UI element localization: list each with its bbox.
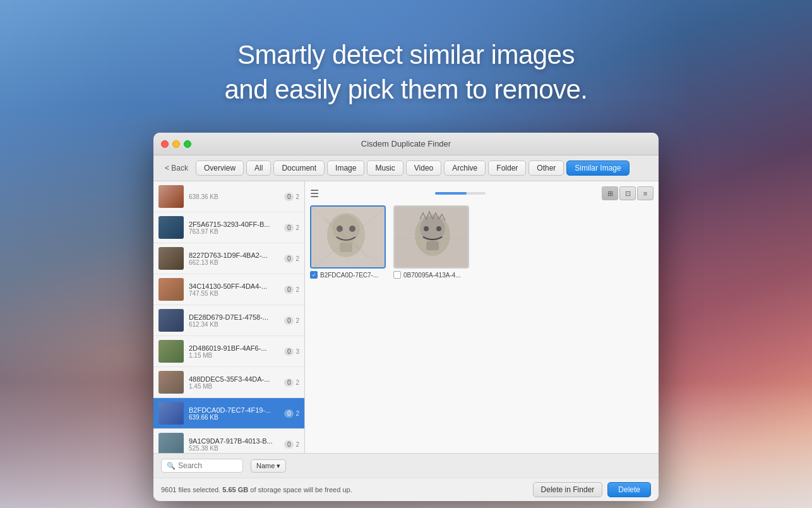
svg-point-5 (349, 226, 355, 232)
action-buttons: Delete in Finder Delete (533, 482, 651, 497)
tab-folder[interactable]: Folder (488, 160, 526, 176)
preview-name: 0B70095A-413A-4... (403, 272, 461, 279)
title-bar: Cisdem Duplicate Finder (153, 133, 659, 155)
app-window: Cisdem Duplicate Finder < Back Overview … (153, 133, 659, 501)
view-toggles: ⊞ ⊡ ≡ (602, 186, 654, 200)
list-view-button[interactable]: ≡ (637, 186, 654, 200)
minimize-button[interactable] (172, 140, 180, 148)
svg-rect-14 (426, 241, 439, 250)
headline: Smartly detect similar images and easily… (0, 38, 812, 107)
svg-rect-6 (340, 243, 352, 252)
tab-music[interactable]: Music (367, 160, 403, 176)
window-title: Cisdem Duplicate Finder (361, 139, 451, 148)
preview-image-box (393, 205, 469, 269)
bottom-bar: 🔍 Name ▾ (153, 453, 659, 478)
list-item-selected[interactable]: B2FDCA0D-7EC7-4F19-... 639.66 KB 0 2 (153, 398, 304, 429)
list-item[interactable]: 638.36 KB 0 2 (153, 181, 304, 212)
image-preview-svg (311, 207, 386, 269)
medium-view-button[interactable]: ⊡ (619, 186, 636, 200)
grid-view-button[interactable]: ⊞ (602, 186, 618, 200)
list-item[interactable]: 8227D763-1D9F-4BA2-... 662.13 KB 0 2 (153, 243, 304, 274)
preview-checkbox[interactable] (393, 271, 401, 279)
sidebar: 638.36 KB 0 2 2F5A6715-3293-40FF-B... 76… (153, 181, 305, 453)
delete-button[interactable]: Delete (607, 482, 651, 497)
main-content: 638.36 KB 0 2 2F5A6715-3293-40FF-B... 76… (153, 181, 659, 453)
tab-overview[interactable]: Overview (196, 160, 244, 176)
back-button[interactable]: < Back (160, 162, 193, 174)
size-slider[interactable] (435, 192, 486, 195)
sort-icon[interactable]: ☰ (310, 188, 319, 200)
tab-other[interactable]: Other (528, 160, 564, 176)
delete-in-finder-button[interactable]: Delete in Finder (533, 482, 603, 497)
preview-label: 0B70095A-413A-4... (393, 271, 469, 279)
preview-name: B2FDCA0D-7EC7-... (320, 272, 378, 279)
status-bar: 9601 files selected. 5.65 GB of storage … (153, 478, 659, 501)
close-button[interactable] (161, 140, 169, 148)
preview-label: ✓ B2FDCA0D-7EC7-... (310, 271, 386, 279)
preview-area: ☰ ⊞ ⊡ ≡ (305, 181, 659, 453)
tab-image[interactable]: Image (327, 160, 364, 176)
maximize-button[interactable] (184, 140, 191, 148)
tab-archive[interactable]: Archive (444, 160, 486, 176)
search-box[interactable]: 🔍 (161, 459, 243, 473)
svg-point-12 (424, 226, 429, 231)
tab-document[interactable]: Document (273, 160, 325, 176)
preview-grid: ✓ B2FDCA0D-7EC7-... (310, 205, 654, 279)
tab-all[interactable]: All (246, 160, 271, 176)
list-item[interactable]: 2F5A6715-3293-40FF-B... 763.97 KB 0 2 (153, 212, 304, 243)
search-input[interactable] (178, 461, 235, 470)
slider-track (435, 192, 486, 195)
search-icon: 🔍 (167, 462, 176, 470)
preview-item[interactable]: ✓ B2FDCA0D-7EC7-... (310, 205, 386, 279)
list-item[interactable]: 488DDEC5-35F3-44DA-... 1.45 MB 0 2 (153, 367, 304, 398)
tab-bar: < Back Overview All Document Image Music… (153, 155, 659, 181)
slider-fill (435, 192, 467, 195)
preview-image-box (310, 205, 386, 269)
list-item[interactable]: 2D486019-91BF-4AF6-... 1.15 MB 0 3 (153, 336, 304, 367)
headline-line1: Smartly detect similar images (237, 40, 575, 70)
status-text: 9601 files selected. 5.65 GB of storage … (161, 486, 352, 493)
preview-toolbar: ☰ ⊞ ⊡ ≡ (310, 186, 654, 200)
image-preview-svg (395, 207, 469, 269)
svg-point-13 (436, 226, 441, 231)
list-item[interactable]: 9A1C9DA7-917B-4013-B... 525.38 KB 0 2 (153, 429, 304, 453)
preview-checkbox[interactable]: ✓ (310, 271, 318, 279)
traffic-lights (161, 140, 191, 148)
sort-dropdown[interactable]: Name ▾ (251, 459, 286, 473)
list-item[interactable]: 34C14130-50FF-4DA4-... 747.55 KB 0 2 (153, 274, 304, 305)
preview-item[interactable]: 0B70095A-413A-4... (393, 205, 469, 279)
headline-line2: and easily pick them to remove. (224, 75, 587, 104)
svg-point-4 (337, 226, 343, 232)
list-item[interactable]: DE28D679-D7E1-4758-... 612.34 KB 0 2 (153, 305, 304, 336)
tab-video[interactable]: Video (406, 160, 441, 176)
tab-similar-image[interactable]: Similar Image (566, 160, 629, 176)
